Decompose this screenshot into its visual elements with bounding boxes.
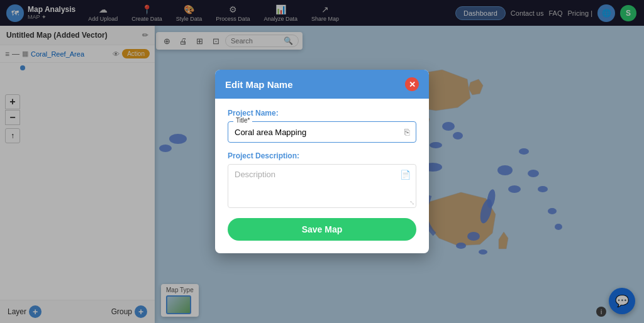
description-label: Project Description: xyxy=(228,151,416,160)
save-map-button[interactable]: Save Map xyxy=(228,218,416,241)
title-field-label: Title* xyxy=(233,117,252,124)
modal-close-button[interactable]: ✕ xyxy=(405,77,419,91)
modal-body: Project Name: Title* ⎘ Project Descripti… xyxy=(215,99,429,253)
attach-file-icon[interactable]: 📄 xyxy=(400,170,411,180)
close-icon: ✕ xyxy=(409,80,416,89)
copy-icon[interactable]: ⎘ xyxy=(404,127,409,137)
modal-overlay: Edit Map Name ✕ Project Name: Title* ⎘ P… xyxy=(0,0,644,323)
project-name-label: Project Name: xyxy=(228,109,416,118)
description-field-wrapper: Description 📄 ⤡ xyxy=(228,164,416,208)
modal-title: Edit Map Name xyxy=(225,79,293,90)
title-field-group: Title* ⎘ xyxy=(228,121,416,143)
resize-handle: ⤡ xyxy=(409,199,414,206)
modal-header: Edit Map Name ✕ xyxy=(215,70,429,99)
description-placeholder: Description xyxy=(235,170,409,179)
edit-map-name-modal: Edit Map Name ✕ Project Name: Title* ⎘ P… xyxy=(215,70,429,253)
project-title-input[interactable] xyxy=(235,128,404,137)
